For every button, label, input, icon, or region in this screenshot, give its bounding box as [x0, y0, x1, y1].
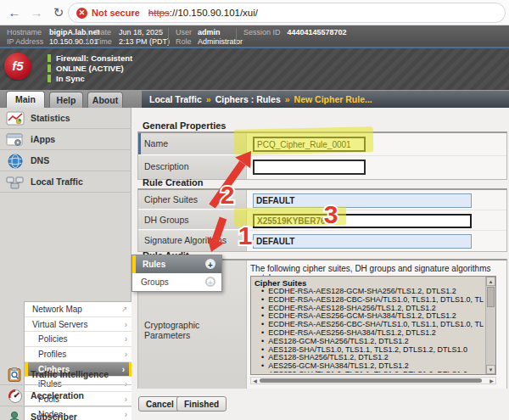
finished-button[interactable]: Finished: [176, 396, 227, 412]
horizontal-scrollbar[interactable]: ◀ ▶: [250, 377, 496, 384]
crypto-match-box[interactable]: Cipher Suites ECDHE-RSA-AES128-GCM-SHA25…: [250, 276, 496, 375]
session-label: Session ID: [243, 28, 281, 37]
vertical-scrollbar[interactable]: ▲ ▼: [485, 277, 495, 374]
ip-label: IP Address: [7, 37, 46, 47]
breadcrumb-current: New Cipher Rule...: [294, 94, 372, 104]
sidebar-item-subscriber-management[interactable]: Subscriber Management: [0, 407, 131, 420]
form-row-cipher-suites: Cipher Suites: [138, 190, 506, 210]
sidebar-item-statistics[interactable]: Statistics: [0, 109, 131, 129]
chart-icon: [5, 111, 25, 126]
scroll-right-icon[interactable]: ▶: [488, 378, 495, 384]
cipher-suites-value: [247, 190, 506, 210]
flyout-item-groups[interactable]: Groups +: [132, 273, 221, 291]
sidebar-item-traffic-intelligence[interactable]: Traffic Intelligence: [0, 365, 131, 385]
browser-forward-icon[interactable]: →: [27, 3, 46, 22]
address-bar[interactable]: ✕ Not secure https://10.150.90.101/xui/: [68, 3, 506, 23]
sidebar-item-dns[interactable]: DNS: [0, 151, 131, 171]
submenu-network-map[interactable]: Network Map↗: [25, 302, 131, 317]
online-status: ONLINE (ACTIVE): [48, 64, 124, 73]
url-rest: ://10.150.90.101/xui/: [170, 8, 258, 18]
f5-banner: f5 Firewall: Consistent ONLINE (ACTIVE) …: [0, 48, 509, 90]
user-info-group: Useradmin RoleAdministrator: [176, 28, 243, 46]
session-value: 44404145578702: [288, 28, 347, 36]
general-properties-table: Name Description: [137, 132, 507, 180]
date-value: Jun 18, 2025: [119, 28, 163, 36]
description-input[interactable]: [253, 160, 366, 175]
signature-algorithms-value: [247, 231, 506, 251]
rule-creation-table: Cipher Suites DH Groups Signature Algori…: [137, 188, 507, 252]
cipher-suites-input[interactable]: [253, 193, 472, 208]
sidebar: Statistics iApps DNS Local Traffic Netwo…: [0, 108, 131, 420]
name-input[interactable]: [253, 137, 366, 152]
dh-groups-input[interactable]: [253, 214, 472, 228]
submenu-policies[interactable]: Policies›: [25, 332, 131, 347]
chevron-right-icon: ›: [125, 317, 127, 333]
sidebar-item-local-traffic[interactable]: Local Traffic: [0, 172, 131, 193]
sidebar-label: Subscriber Management: [31, 412, 131, 420]
section-title-general-properties: General Properties: [143, 120, 226, 131]
device-info-bar: HostnamebigipA.lab.net IP Address10.150.…: [0, 25, 509, 48]
horizontal-scroll-thumb[interactable]: [260, 378, 482, 383]
hostname-label: Hostname: [7, 28, 46, 37]
signature-algorithms-input[interactable]: [253, 234, 472, 249]
add-circle-icon[interactable]: +: [205, 277, 215, 287]
vertical-scroll-thumb[interactable]: [487, 287, 495, 307]
host-info-group: HostnamebigipA.lab.net IP Address10.150.…: [7, 28, 100, 46]
browser-reload-icon[interactable]: ↻: [49, 3, 68, 22]
scroll-up-icon[interactable]: ▲: [486, 277, 495, 286]
chevron-right-icon: ›: [125, 332, 127, 347]
hostname-value: bigipA.lab.net: [49, 28, 100, 36]
user-label: User: [176, 28, 194, 37]
time-label: Time: [95, 37, 115, 47]
tab-help[interactable]: Help: [49, 92, 83, 108]
browser-back-icon[interactable]: ←: [5, 3, 24, 22]
tab-about[interactable]: About: [87, 92, 123, 108]
cancel-button[interactable]: Cancel: [138, 396, 182, 412]
chevron-right-icon: ›: [125, 347, 127, 362]
ip-value: 10.150.90.101: [49, 37, 98, 46]
gauge-icon: [5, 389, 25, 404]
clipboard-search-icon: [5, 367, 25, 383]
divider: [168, 28, 169, 45]
sidebar-label: Acceleration: [31, 390, 84, 400]
submenu-profiles[interactable]: Profiles›: [25, 347, 131, 362]
name-row-value: [247, 133, 506, 155]
signature-algorithms-label: Signature Algorithms: [138, 231, 247, 251]
section-title-rule-creation: Rule Creation: [143, 177, 204, 188]
submenu-virtual-servers[interactable]: Virtual Servers›: [25, 317, 131, 333]
breadcrumb-ciphers-rules[interactable]: Ciphers : Rules: [215, 94, 281, 104]
ciphers-flyout-menu: Rules + Groups +: [131, 255, 222, 292]
sidebar-label: Statistics: [31, 113, 70, 123]
url-text: https://10.150.90.101/xui/: [148, 8, 258, 18]
not-secure-badge[interactable]: ✕ Not secure: [76, 8, 140, 19]
session-info-group: Session ID44404145578702: [243, 28, 347, 37]
form-row-description: Description: [138, 156, 506, 179]
sidebar-item-iapps[interactable]: iApps: [0, 130, 131, 150]
expand-icon[interactable]: ↗: [121, 302, 127, 317]
sidebar-item-acceleration[interactable]: Acceleration: [0, 386, 131, 406]
dh-groups-value: [247, 210, 506, 230]
sidebar-label: iApps: [31, 134, 55, 144]
add-circle-icon[interactable]: +: [205, 259, 215, 269]
tab-main[interactable]: Main: [6, 91, 45, 108]
role-label: Role: [176, 37, 194, 47]
sidebar-label: Local Traffic: [31, 176, 83, 187]
dh-groups-label: DH Groups: [138, 210, 247, 230]
not-secure-label: Not secure: [92, 8, 140, 18]
scroll-down-icon[interactable]: ▼: [486, 365, 495, 374]
form-row-dh-groups: DH Groups: [138, 210, 506, 231]
sidebar-label: DNS: [31, 155, 49, 165]
flyout-item-rules[interactable]: Rules +: [132, 255, 221, 273]
f5-logo[interactable]: f5: [4, 53, 31, 80]
breadcrumb-separator: »: [206, 94, 211, 104]
cipher-suites-label: Cipher Suites: [138, 190, 247, 210]
url-scheme: https: [148, 8, 170, 18]
crypto-list: Cipher Suites ECDHE-RSA-AES128-GCM-SHA25…: [255, 278, 484, 372]
description-row-value: [247, 156, 506, 179]
scroll-left-icon[interactable]: ◀: [251, 378, 259, 384]
divider: [87, 28, 88, 45]
breadcrumb-local-traffic[interactable]: Local Traffic: [149, 94, 202, 104]
datetime-info-group: DateJun 18, 2025 Time2:13 PM (PDT): [95, 28, 170, 46]
form-row-name: Name: [138, 133, 506, 156]
sync-status: In Sync: [48, 74, 85, 83]
